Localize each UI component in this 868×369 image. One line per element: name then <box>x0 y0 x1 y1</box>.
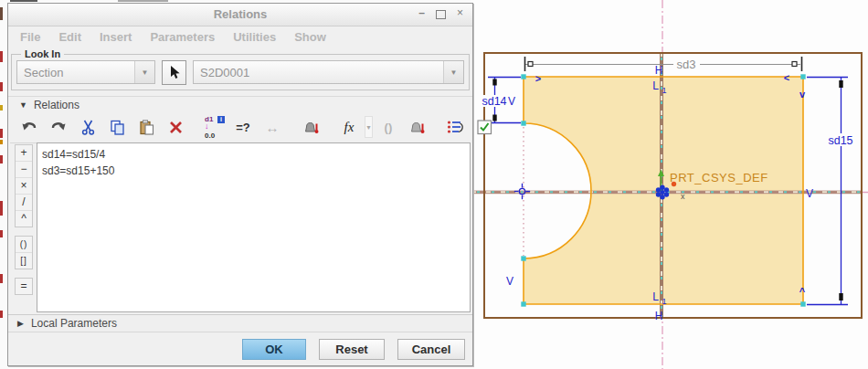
look-in-object-select[interactable]: S2D0001 ▼ <box>193 60 464 84</box>
copy-button[interactable] <box>103 114 131 140</box>
relations-section-header[interactable]: ▼ Relations <box>8 96 472 112</box>
redo-icon <box>50 120 67 134</box>
close-button[interactable]: × <box>454 7 466 19</box>
constraint-v-left-upper: V <box>508 95 515 108</box>
dim-sd15-label[interactable]: sd15 <box>828 134 852 147</box>
vertex <box>521 301 525 306</box>
sort-relations-button[interactable] <box>442 114 470 140</box>
background-mark <box>0 129 3 138</box>
operator-equals-button[interactable]: = <box>16 279 32 294</box>
select-arrow-button[interactable] <box>162 60 186 85</box>
constraint-arrow-down: v <box>799 89 806 100</box>
vertex <box>521 74 525 79</box>
maximize-button[interactable] <box>436 10 446 19</box>
relations-dialog: Relations – × File Edit Insert Parameter… <box>7 3 473 366</box>
paste-button[interactable] <box>132 114 160 140</box>
background-mark <box>0 7 3 20</box>
look-in-scope-select[interactable]: Section ▼ <box>16 60 155 84</box>
undo-icon <box>21 120 37 134</box>
operator-brackets-button[interactable]: [] <box>16 253 32 269</box>
cut-button[interactable] <box>74 114 101 140</box>
constraint-l-bottom-sub: 1 <box>662 297 666 306</box>
menu-insert[interactable]: Insert <box>100 30 132 44</box>
redo-button[interactable] <box>45 114 72 140</box>
function-dropdown-button[interactable]: ▼ <box>365 116 373 138</box>
csys-name-label[interactable]: PRT_CSYS_DEF <box>670 171 768 184</box>
relations-toolbar: d1 i ↓ 0.0 =? ↔ fx ▼ () <box>10 111 471 143</box>
background-mark <box>0 140 3 144</box>
chevron-down-icon[interactable]: ▼ <box>134 61 154 83</box>
relation-line[interactable]: sd14=sd15/4 <box>42 146 465 163</box>
sketch-canvas[interactable]: sd3 sd14 sd15 H L 1 L 1 H V V V > < v ^ <box>471 0 868 369</box>
vertex <box>800 301 805 306</box>
relations-text-editor[interactable]: sd14=sd15/4 sd3=sd15+150 <box>37 142 471 312</box>
dim-sd14-label[interactable]: sd14 <box>482 95 506 108</box>
operator-minus-button[interactable]: − <box>16 162 32 178</box>
expand-triangle-icon[interactable]: ▶ <box>17 319 24 328</box>
operator-plus-button[interactable]: + <box>16 145 32 162</box>
background-mark <box>10 0 37 2</box>
menu-utilities[interactable]: Utilities <box>233 30 276 44</box>
constraint-l-bottom: L <box>652 290 659 303</box>
operator-power-button[interactable]: ^ <box>16 211 32 227</box>
look-in-label: Look In <box>21 48 64 59</box>
constraint-l-top: L <box>652 79 659 92</box>
look-in-group: Look In Section ▼ S2D0001 ▼ <box>11 54 470 90</box>
dim-handle[interactable] <box>528 62 533 67</box>
dim-switch-icon: d1 i ↓ 0.0 <box>204 116 224 138</box>
vertex <box>521 256 525 260</box>
operator-parens-button[interactable]: () <box>16 237 32 253</box>
menu-file[interactable]: File <box>20 30 40 44</box>
menu-edit[interactable]: Edit <box>58 30 81 44</box>
cancel-button[interactable]: Cancel <box>397 339 465 360</box>
local-parameters-label: Local Parameters <box>31 317 117 330</box>
background-mark <box>0 201 3 216</box>
ok-button[interactable]: OK <box>242 339 306 360</box>
dialog-footer: OK Reset Cancel <box>8 332 472 365</box>
background-mark <box>0 311 3 318</box>
menu-show[interactable]: Show <box>294 30 326 44</box>
units-bag-icon <box>408 120 426 134</box>
scissors-icon <box>81 120 95 135</box>
delete-x-icon <box>169 121 183 134</box>
background-mark <box>0 155 3 163</box>
screen: { "window": { "title": "Relations" }, "i… <box>0 0 868 369</box>
verify-relations-button[interactable] <box>471 114 499 140</box>
chevron-down-icon[interactable]: ▼ <box>443 61 463 83</box>
dim-arrow <box>839 293 842 300</box>
constraint-arrow-right: > <box>535 73 541 84</box>
background-mark <box>118 0 168 2</box>
relations-editor: + − × / ^ () [] = sd14=sd15/4 sd3=sd15+1… <box>10 142 471 312</box>
local-parameters-header[interactable]: ▶ Local Parameters <box>8 314 472 332</box>
operator-strip: + − × / ^ () [] = <box>10 142 34 312</box>
menu-bar: File Edit Insert Parameters Utilities Sh… <box>8 26 472 48</box>
reset-button[interactable]: Reset <box>319 339 385 360</box>
minimize-button[interactable]: – <box>416 7 428 19</box>
units-bag-icon <box>302 120 320 134</box>
dim-arrow <box>492 79 496 86</box>
look-in-object-value: S2D0001 <box>194 66 443 79</box>
units-manager-button[interactable] <box>297 114 324 140</box>
operator-multiply-button[interactable]: × <box>16 178 32 195</box>
menu-parameters[interactable]: Parameters <box>150 30 215 44</box>
relation-line[interactable]: sd3=sd15+150 <box>42 163 465 179</box>
undo-button[interactable] <box>16 114 43 140</box>
cursor-arrow-icon <box>168 65 181 79</box>
evaluate-button[interactable]: =? <box>229 114 257 140</box>
operator-divide-button[interactable]: / <box>16 195 32 211</box>
toggle-dim-display-button[interactable]: d1 i ↓ 0.0 <box>200 114 228 140</box>
units-convert-button[interactable] <box>404 114 431 140</box>
dim-handle[interactable] <box>792 62 797 67</box>
collapse-triangle-icon[interactable]: ▼ <box>19 100 27 110</box>
dialog-titlebar[interactable]: Relations – × <box>8 4 472 26</box>
dim-sd3-label[interactable]: sd3 <box>677 58 696 71</box>
background-mark <box>0 51 3 62</box>
dim-arrow <box>839 80 842 88</box>
background-mark <box>0 105 3 111</box>
insert-function-button[interactable]: fx <box>335 114 363 140</box>
background-mark <box>0 274 3 283</box>
vertex <box>800 74 805 79</box>
constraint-v-left-lower: V <box>506 275 513 288</box>
delete-button[interactable] <box>162 114 189 140</box>
relations-section-label: Relations <box>34 99 79 111</box>
